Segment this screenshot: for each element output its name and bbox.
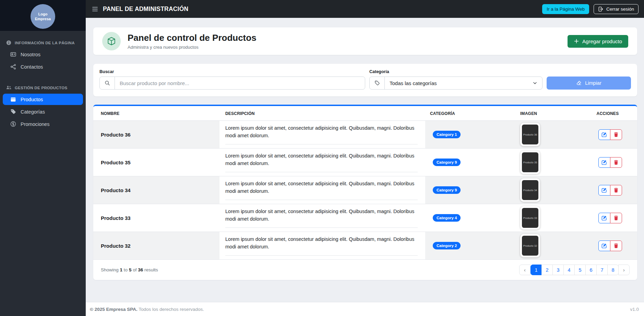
category-badge: Category 2 (433, 242, 461, 249)
chevron-down-icon (533, 81, 537, 85)
category-select-group: Todas las categorías (369, 77, 542, 90)
product-description: Lorem ipsum dolor sit amet, consectetur … (225, 124, 418, 144)
products-icon-circle (102, 32, 121, 50)
category-badge: Category 4 (433, 214, 461, 222)
table-row: Producto 34 Lorem ipsum dolor sit amet, … (93, 176, 637, 204)
sidebar: Logo Empresa INFORMACIÓN DE LA PÁGINA No… (0, 0, 86, 316)
clear-filters-button[interactable]: Limpiar (547, 77, 631, 90)
pagination-page-6[interactable]: 6 (585, 265, 597, 275)
edit-product-button[interactable] (598, 157, 610, 168)
pagination-page-5[interactable]: 5 (574, 265, 586, 275)
summary-to-label: to (124, 267, 128, 272)
edit-product-button[interactable] (598, 129, 610, 140)
pagination-page-2[interactable]: 2 (541, 265, 553, 275)
column-header-acciones: ACCIONES (583, 106, 637, 121)
sidebar-item-categorias[interactable]: Categorías (3, 106, 83, 117)
product-thumbnail: Producto 36 (520, 123, 540, 146)
products-table-body: Producto 36 Lorem ipsum dolor sit amet, … (93, 121, 637, 260)
product-actions-cell (583, 149, 637, 176)
main-content: Panel de control de Productos Administra… (86, 18, 644, 302)
delete-product-button[interactable] (610, 157, 622, 168)
pagination-page-1[interactable]: 1 (530, 265, 542, 275)
edit-pencil-icon (601, 215, 607, 221)
search-addon (100, 77, 115, 89)
category-selected-value: Todas las categorías (390, 80, 437, 86)
sidebar-item-contactos[interactable]: Contactos (3, 61, 83, 72)
product-actions-cell (583, 121, 637, 149)
delete-product-button[interactable] (610, 129, 622, 140)
share-nodes-icon (10, 64, 16, 70)
topbar: PANEL DE ADMINISTRACIÓN Ir a la Página W… (86, 0, 644, 18)
topbar-actions: Ir a la Página Web Cerrar sesión (542, 4, 639, 14)
edit-product-button[interactable] (598, 213, 610, 223)
pagination-prev-button[interactable]: ‹ (519, 265, 530, 275)
product-thumbnail-label: Producto 32 (522, 236, 538, 256)
clear-filters-button-label: Limpiar (585, 80, 601, 86)
sidebar-item-promociones[interactable]: Promociones (3, 118, 83, 130)
summary-to: 5 (129, 267, 132, 272)
column-header-categoria: CATEGORÍA (425, 106, 514, 121)
pagination-page-8[interactable]: 8 (607, 265, 619, 275)
edit-product-button[interactable] (598, 241, 610, 251)
table-header-row: NOMBRE DESCRIPCIÓN CATEGORÍA IMAGEN ACCI… (93, 106, 637, 121)
sidebar-item-label: Contactos (21, 64, 43, 70)
logout-button[interactable]: Cerrar sesión (594, 4, 639, 14)
product-description-cell: Lorem ipsum dolor sit amet, consectetur … (219, 232, 425, 260)
product-actions-cell (583, 176, 637, 204)
sidebar-section-label: INFORMACIÓN DE LA PÁGINA (15, 41, 75, 45)
category-select[interactable]: Todas las categorías (385, 77, 542, 89)
sidebar-item-nosotros[interactable]: Nosotros (3, 49, 83, 60)
column-header-nombre: NOMBRE (93, 106, 219, 121)
eraser-icon (576, 80, 582, 86)
product-thumbnail: Producto 32 (520, 234, 540, 257)
pagination-page-7[interactable]: 7 (596, 265, 608, 275)
category-field-group: Categoría Todas las categorías (369, 69, 542, 90)
edit-pencil-icon (601, 187, 607, 193)
sidebar-item-productos[interactable]: Productos (3, 94, 83, 105)
edit-pencil-icon (601, 132, 607, 137)
tag-icon (10, 109, 16, 115)
product-thumbnail: Producto 33 (520, 206, 540, 230)
trash-icon (613, 243, 619, 248)
category-addon (370, 77, 385, 89)
product-image-cell: Producto 32 (514, 232, 583, 260)
logout-button-label: Cerrar sesión (606, 7, 634, 12)
column-header-imagen: IMAGEN (514, 106, 583, 121)
pagination-page-3[interactable]: 3 (552, 265, 564, 275)
trash-icon (613, 160, 619, 165)
product-description: Lorem ipsum dolor sit amet, consectetur … (225, 180, 418, 200)
logout-icon (598, 7, 603, 12)
product-description-cell: Lorem ipsum dolor sit amet, consectetur … (219, 204, 425, 232)
edit-product-button[interactable] (598, 185, 610, 196)
products-table-card: NOMBRE DESCRIPCIÓN CATEGORÍA IMAGEN ACCI… (93, 105, 637, 280)
page-header-text: Panel de control de Productos Administra… (128, 33, 257, 50)
product-image-cell: Producto 33 (514, 204, 583, 232)
delete-product-button[interactable] (610, 241, 622, 251)
category-badge: Category 1 (433, 131, 461, 138)
sidebar-logo-area: Logo Empresa (0, 0, 86, 31)
delete-product-button[interactable] (610, 185, 622, 196)
menu-toggle-button[interactable] (91, 5, 99, 13)
filters-card: Buscar Categoría Todas las categorías (93, 64, 637, 96)
page-title: Panel de control de Productos (128, 33, 257, 43)
product-thumbnail: Producto 34 (520, 178, 540, 202)
trash-icon (613, 215, 619, 221)
table-row: Producto 33 Lorem ipsum dolor sit amet, … (93, 204, 637, 232)
clear-field-group: Limpiar (547, 77, 631, 90)
trash-icon (613, 132, 619, 137)
go-to-website-button[interactable]: Ir a la Página Web (542, 4, 589, 14)
product-category-cell: Category 1 (425, 121, 514, 149)
delete-product-button[interactable] (610, 213, 622, 223)
products-table: NOMBRE DESCRIPCIÓN CATEGORÍA IMAGEN ACCI… (93, 106, 637, 260)
copyright-text: © 2025 Empresa SPA. Todos los derechos r… (90, 307, 204, 312)
search-input[interactable] (115, 77, 365, 89)
table-row: Producto 36 Lorem ipsum dolor sit amet, … (93, 121, 637, 149)
pagination-next-button[interactable]: › (618, 265, 630, 275)
product-image-cell: Producto 35 (514, 149, 583, 176)
pagination-page-4[interactable]: 4 (563, 265, 575, 275)
app-title: PANEL DE ADMINISTRACIÓN (103, 5, 188, 13)
cube-icon (107, 37, 116, 46)
copyright-company: © 2025 Empresa SPA. (90, 307, 138, 312)
add-product-button[interactable]: Agregar producto (568, 35, 628, 48)
hamburger-icon (92, 7, 98, 12)
